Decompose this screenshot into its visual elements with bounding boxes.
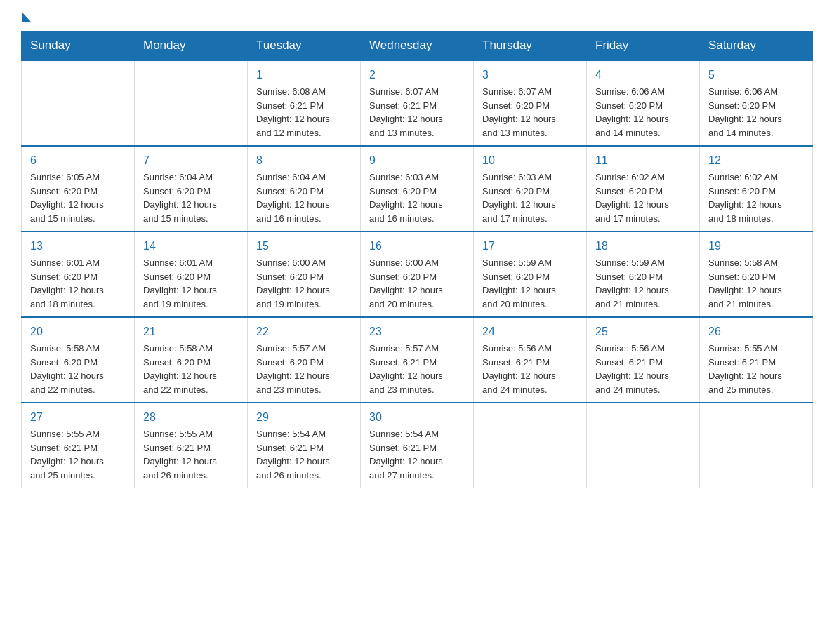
calendar-cell: 20Sunrise: 5:58 AM Sunset: 6:20 PM Dayli… xyxy=(22,317,135,403)
calendar-cell: 17Sunrise: 5:59 AM Sunset: 6:20 PM Dayli… xyxy=(474,232,587,317)
calendar-cell: 8Sunrise: 6:04 AM Sunset: 6:20 PM Daylig… xyxy=(248,146,361,232)
day-number: 8 xyxy=(256,152,352,169)
day-info: Sunrise: 6:04 AM Sunset: 6:20 PM Dayligh… xyxy=(256,170,352,225)
calendar-cell xyxy=(474,403,587,488)
calendar-cell: 12Sunrise: 6:02 AM Sunset: 6:20 PM Dayli… xyxy=(700,146,813,232)
day-info: Sunrise: 6:06 AM Sunset: 6:20 PM Dayligh… xyxy=(708,85,804,140)
day-info: Sunrise: 5:56 AM Sunset: 6:21 PM Dayligh… xyxy=(482,342,578,396)
day-number: 14 xyxy=(143,238,239,255)
day-number: 29 xyxy=(256,409,352,426)
day-info: Sunrise: 5:54 AM Sunset: 6:21 PM Dayligh… xyxy=(256,427,352,482)
day-number: 1 xyxy=(256,67,352,83)
day-info: Sunrise: 5:57 AM Sunset: 6:21 PM Dayligh… xyxy=(369,342,465,396)
day-info: Sunrise: 5:58 AM Sunset: 6:20 PM Dayligh… xyxy=(143,342,239,396)
calendar-cell: 28Sunrise: 5:55 AM Sunset: 6:21 PM Dayli… xyxy=(135,403,248,488)
day-number: 12 xyxy=(708,152,804,169)
calendar-cell: 15Sunrise: 6:00 AM Sunset: 6:20 PM Dayli… xyxy=(248,232,361,317)
day-info: Sunrise: 5:58 AM Sunset: 6:20 PM Dayligh… xyxy=(30,342,126,396)
day-info: Sunrise: 6:07 AM Sunset: 6:20 PM Dayligh… xyxy=(482,85,578,140)
day-number: 24 xyxy=(482,323,578,340)
day-info: Sunrise: 5:57 AM Sunset: 6:20 PM Dayligh… xyxy=(256,342,352,396)
day-info: Sunrise: 5:56 AM Sunset: 6:21 PM Dayligh… xyxy=(595,342,691,396)
day-number: 28 xyxy=(143,409,239,426)
calendar-cell: 16Sunrise: 6:00 AM Sunset: 6:20 PM Dayli… xyxy=(361,232,474,317)
day-info: Sunrise: 6:04 AM Sunset: 6:20 PM Dayligh… xyxy=(143,170,239,225)
calendar-cell: 2Sunrise: 6:07 AM Sunset: 6:21 PM Daylig… xyxy=(361,60,474,146)
day-number: 5 xyxy=(708,67,804,83)
day-number: 17 xyxy=(482,238,578,255)
calendar-cell: 1Sunrise: 6:08 AM Sunset: 6:21 PM Daylig… xyxy=(248,60,361,146)
weekday-header-saturday: Saturday xyxy=(700,32,813,61)
calendar-table: SundayMondayTuesdayWednesdayThursdayFrid… xyxy=(21,31,813,488)
day-info: Sunrise: 5:55 AM Sunset: 6:21 PM Dayligh… xyxy=(708,342,804,396)
calendar-cell: 26Sunrise: 5:55 AM Sunset: 6:21 PM Dayli… xyxy=(700,317,813,403)
weekday-header-wednesday: Wednesday xyxy=(361,32,474,61)
calendar-cell: 7Sunrise: 6:04 AM Sunset: 6:20 PM Daylig… xyxy=(135,146,248,232)
calendar-cell: 22Sunrise: 5:57 AM Sunset: 6:20 PM Dayli… xyxy=(248,317,361,403)
weekday-header-monday: Monday xyxy=(135,32,248,61)
calendar-cell: 11Sunrise: 6:02 AM Sunset: 6:20 PM Dayli… xyxy=(587,146,700,232)
calendar-week-row: 1Sunrise: 6:08 AM Sunset: 6:21 PM Daylig… xyxy=(22,60,813,146)
calendar-cell: 14Sunrise: 6:01 AM Sunset: 6:20 PM Dayli… xyxy=(135,232,248,317)
calendar-week-row: 13Sunrise: 6:01 AM Sunset: 6:20 PM Dayli… xyxy=(22,232,813,317)
calendar-cell: 18Sunrise: 5:59 AM Sunset: 6:20 PM Dayli… xyxy=(587,232,700,317)
calendar-cell: 29Sunrise: 5:54 AM Sunset: 6:21 PM Dayli… xyxy=(248,403,361,488)
page-header xyxy=(21,14,813,24)
day-info: Sunrise: 6:00 AM Sunset: 6:20 PM Dayligh… xyxy=(369,256,465,311)
calendar-cell: 25Sunrise: 5:56 AM Sunset: 6:21 PM Dayli… xyxy=(587,317,700,403)
weekday-header-row: SundayMondayTuesdayWednesdayThursdayFrid… xyxy=(22,32,813,61)
day-number: 13 xyxy=(30,238,126,255)
day-info: Sunrise: 6:02 AM Sunset: 6:20 PM Dayligh… xyxy=(595,170,691,225)
day-number: 15 xyxy=(256,238,352,255)
weekday-header-friday: Friday xyxy=(587,32,700,61)
day-number: 3 xyxy=(482,67,578,83)
calendar-cell: 24Sunrise: 5:56 AM Sunset: 6:21 PM Dayli… xyxy=(474,317,587,403)
calendar-cell xyxy=(135,60,248,146)
calendar-cell: 9Sunrise: 6:03 AM Sunset: 6:20 PM Daylig… xyxy=(361,146,474,232)
day-info: Sunrise: 6:03 AM Sunset: 6:20 PM Dayligh… xyxy=(369,170,465,225)
day-info: Sunrise: 6:02 AM Sunset: 6:20 PM Dayligh… xyxy=(708,170,804,225)
day-info: Sunrise: 6:08 AM Sunset: 6:21 PM Dayligh… xyxy=(256,85,352,140)
day-number: 30 xyxy=(369,409,465,426)
day-number: 18 xyxy=(595,238,691,255)
day-number: 27 xyxy=(30,409,126,426)
day-number: 9 xyxy=(369,152,465,169)
day-info: Sunrise: 6:05 AM Sunset: 6:20 PM Dayligh… xyxy=(30,170,126,225)
calendar-week-row: 27Sunrise: 5:55 AM Sunset: 6:21 PM Dayli… xyxy=(22,403,813,488)
day-info: Sunrise: 6:01 AM Sunset: 6:20 PM Dayligh… xyxy=(143,256,239,311)
day-number: 4 xyxy=(595,67,691,83)
day-info: Sunrise: 6:00 AM Sunset: 6:20 PM Dayligh… xyxy=(256,256,352,311)
calendar-cell: 10Sunrise: 6:03 AM Sunset: 6:20 PM Dayli… xyxy=(474,146,587,232)
calendar-cell: 19Sunrise: 5:58 AM Sunset: 6:20 PM Dayli… xyxy=(700,232,813,317)
day-number: 23 xyxy=(369,323,465,340)
day-number: 2 xyxy=(369,67,465,83)
calendar-cell: 6Sunrise: 6:05 AM Sunset: 6:20 PM Daylig… xyxy=(22,146,135,232)
day-info: Sunrise: 5:55 AM Sunset: 6:21 PM Dayligh… xyxy=(30,427,126,482)
calendar-week-row: 6Sunrise: 6:05 AM Sunset: 6:20 PM Daylig… xyxy=(22,146,813,232)
day-number: 19 xyxy=(708,238,804,255)
day-info: Sunrise: 5:55 AM Sunset: 6:21 PM Dayligh… xyxy=(143,427,239,482)
logo xyxy=(21,14,31,24)
calendar-cell: 3Sunrise: 6:07 AM Sunset: 6:20 PM Daylig… xyxy=(474,60,587,146)
day-number: 10 xyxy=(482,152,578,169)
day-number: 11 xyxy=(595,152,691,169)
calendar-cell xyxy=(22,60,135,146)
day-info: Sunrise: 6:07 AM Sunset: 6:21 PM Dayligh… xyxy=(369,85,465,140)
day-info: Sunrise: 5:59 AM Sunset: 6:20 PM Dayligh… xyxy=(595,256,691,311)
day-number: 25 xyxy=(595,323,691,340)
day-info: Sunrise: 6:01 AM Sunset: 6:20 PM Dayligh… xyxy=(30,256,126,311)
day-number: 22 xyxy=(256,323,352,340)
day-number: 20 xyxy=(30,323,126,340)
calendar-cell xyxy=(587,403,700,488)
day-info: Sunrise: 5:59 AM Sunset: 6:20 PM Dayligh… xyxy=(482,256,578,311)
weekday-header-sunday: Sunday xyxy=(22,32,135,61)
calendar-cell: 23Sunrise: 5:57 AM Sunset: 6:21 PM Dayli… xyxy=(361,317,474,403)
day-number: 7 xyxy=(143,152,239,169)
calendar-cell xyxy=(700,403,813,488)
calendar-cell: 4Sunrise: 6:06 AM Sunset: 6:20 PM Daylig… xyxy=(587,60,700,146)
day-info: Sunrise: 6:06 AM Sunset: 6:20 PM Dayligh… xyxy=(595,85,691,140)
day-info: Sunrise: 5:54 AM Sunset: 6:21 PM Dayligh… xyxy=(369,427,465,482)
weekday-header-thursday: Thursday xyxy=(474,32,587,61)
calendar-cell: 27Sunrise: 5:55 AM Sunset: 6:21 PM Dayli… xyxy=(22,403,135,488)
day-number: 16 xyxy=(369,238,465,255)
